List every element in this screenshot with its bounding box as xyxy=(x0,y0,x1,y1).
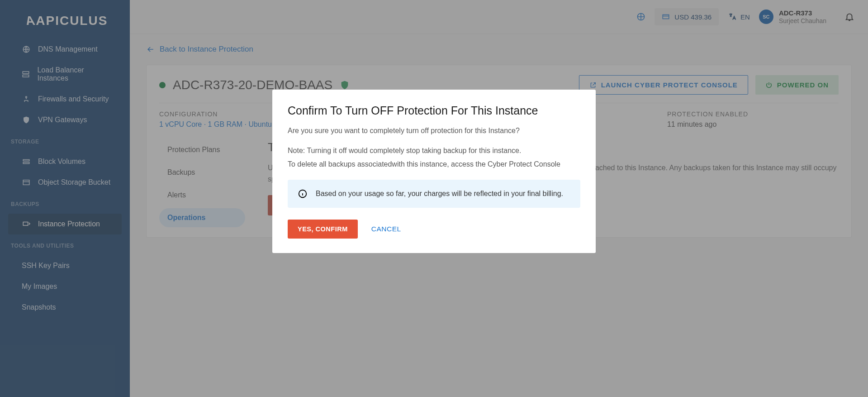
modal-note2: To delete all backups associatedwith thi… xyxy=(288,159,580,170)
cancel-button[interactable]: CANCEL xyxy=(371,225,401,233)
modal-info-box: Based on your usage so far, your charges… xyxy=(288,180,580,208)
modal-note1: Note: Turning it off would completely st… xyxy=(288,145,580,156)
confirm-button[interactable]: YES, CONFIRM xyxy=(288,220,358,239)
modal-question: Are you sure you want to completely turn… xyxy=(288,125,580,136)
modal-info-text: Based on your usage so far, your charges… xyxy=(316,190,563,198)
modal-overlay[interactable]: Confirm To Turn OFF Protection For This … xyxy=(0,0,868,397)
modal-title: Confirm To Turn OFF Protection For This … xyxy=(288,104,580,117)
confirm-modal: Confirm To Turn OFF Protection For This … xyxy=(272,90,596,253)
info-icon xyxy=(298,189,308,199)
